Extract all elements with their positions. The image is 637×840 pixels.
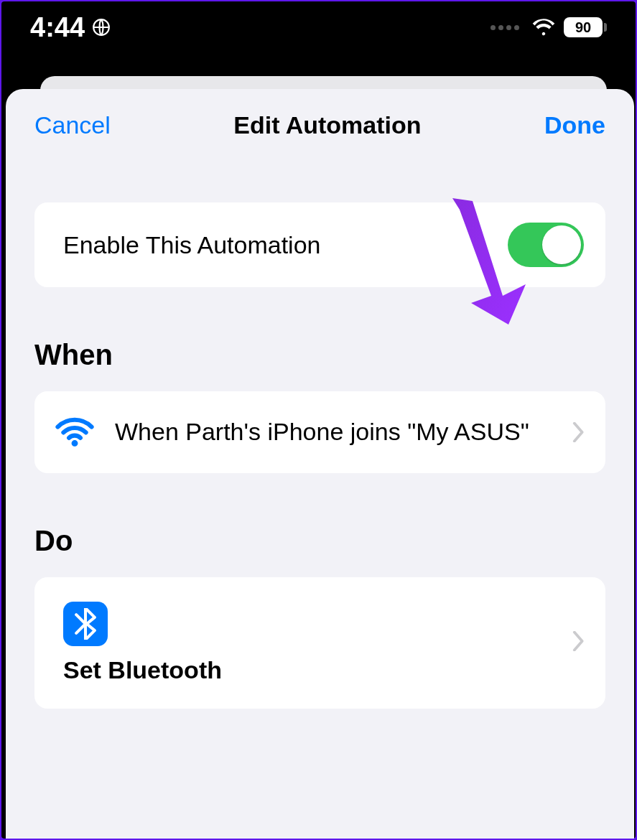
cell-dots-icon [490,25,519,30]
enable-automation-toggle[interactable] [508,223,584,267]
do-section-header: Do [34,525,605,557]
bluetooth-icon [63,602,108,646]
when-section-header: When [34,339,605,371]
do-action-row[interactable]: Set Bluetooth [34,577,605,709]
enable-automation-label: Enable This Automation [63,231,321,259]
enable-automation-row: Enable This Automation [34,202,605,287]
nav-bar: Cancel Edit Automation Done [6,89,634,161]
status-bar: 4:44 90 [1,1,636,53]
do-action-label: Set Bluetooth [63,656,585,684]
modal-sheet: Cancel Edit Automation Done Enable This … [6,89,634,839]
device-frame: 4:44 90 Cancel Edit Automation Done [1,1,636,839]
when-trigger-text: When Parth's iPhone joins "My ASUS" [115,416,552,449]
page-title: Edit Automation [233,111,421,139]
globe-icon [92,18,111,37]
chevron-right-icon [572,422,585,442]
battery-level: 90 [575,19,591,36]
wifi-trigger-icon [55,416,95,448]
cancel-button[interactable]: Cancel [34,111,111,139]
done-button[interactable]: Done [544,111,605,139]
battery-icon: 90 [564,17,607,37]
status-time: 4:44 [30,12,85,43]
when-trigger-row[interactable]: When Parth's iPhone joins "My ASUS" [34,391,605,473]
wifi-icon [532,18,555,37]
chevron-right-icon [572,631,585,651]
